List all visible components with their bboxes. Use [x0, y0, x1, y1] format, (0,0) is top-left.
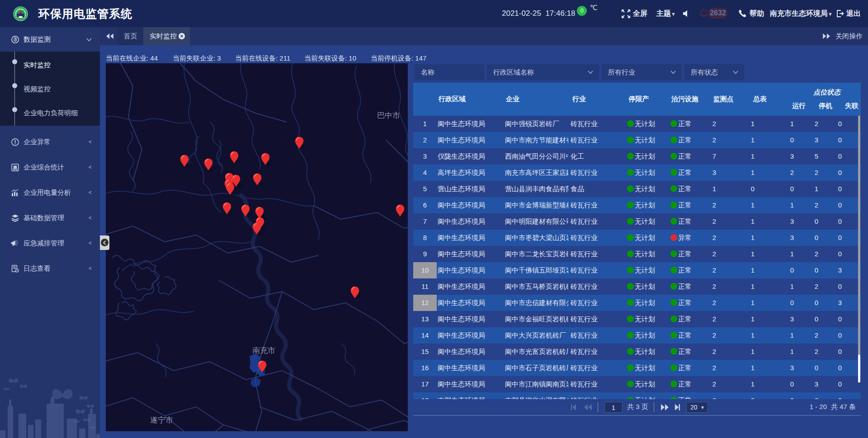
svg-text:奥: 奥: [12, 165, 18, 170]
svg-text:遂宁市: 遂宁市: [150, 416, 173, 424]
svg-text:巴中市: 巴中市: [377, 111, 400, 120]
svg-text:南充市: 南充市: [252, 346, 275, 355]
